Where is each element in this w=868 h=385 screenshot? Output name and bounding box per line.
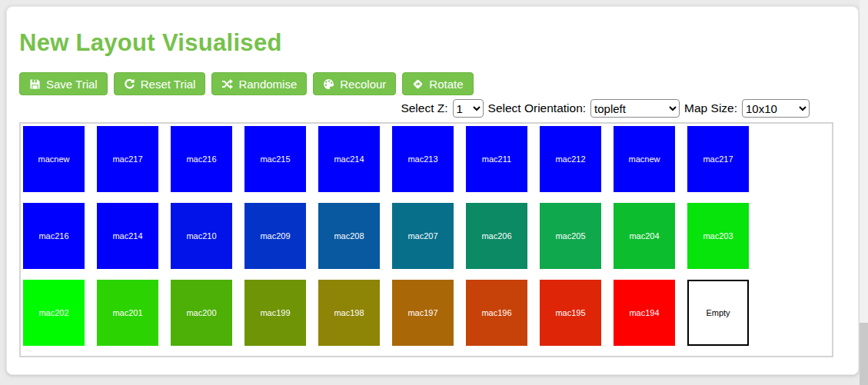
scrollbar-thumb[interactable] — [860, 323, 868, 385]
tile-mac195[interactable]: mac195 — [540, 280, 601, 346]
recolour-button[interactable]: Recolour — [313, 72, 396, 95]
tile-mac216[interactable]: mac216 — [23, 203, 85, 269]
diamond-turn-right-icon — [412, 78, 424, 90]
tile-mac203[interactable]: mac203 — [687, 203, 749, 269]
tile-row: mac202mac201mac200mac199mac198mac197mac1… — [23, 280, 830, 346]
tile-mac213[interactable]: mac213 — [392, 126, 454, 192]
tile-mac217[interactable]: mac217 — [97, 126, 158, 192]
reset-trial-button[interactable]: Reset Trial — [114, 72, 206, 95]
tile-mac208[interactable]: mac208 — [318, 203, 380, 269]
main-card: New Layout Visualised Save Trial — [6, 6, 859, 375]
map-size-dropdown[interactable]: 10x10 — [742, 99, 810, 118]
layout-grid: macnewmac217mac216mac215mac214mac213mac2… — [19, 122, 833, 357]
tile-mac209[interactable]: mac209 — [244, 203, 306, 269]
tile-mac211[interactable]: mac211 — [466, 126, 527, 192]
tile-mac202[interactable]: mac202 — [23, 280, 85, 346]
page-title: New Layout Visualised — [19, 7, 858, 56]
page-scrollbar[interactable] — [860, 0, 868, 385]
save-trial-button[interactable]: Save Trial — [19, 72, 108, 95]
shuffle-icon — [221, 78, 233, 90]
tile-mac201[interactable]: mac201 — [97, 280, 158, 346]
select-z-label: Select Z: — [401, 101, 447, 115]
empty-tile[interactable]: Empty — [687, 280, 749, 346]
tile-mac214[interactable]: mac214 — [318, 126, 380, 192]
tile-mac199[interactable]: mac199 — [244, 280, 306, 346]
orientation-dropdown[interactable]: topleft — [590, 99, 680, 118]
tile-row: macnewmac217mac216mac215mac214mac213mac2… — [23, 126, 830, 192]
recolour-label: Recolour — [340, 78, 386, 91]
rotate-right-icon — [124, 78, 135, 90]
randomise-label: Randomise — [238, 78, 297, 91]
toolbar: Save Trial Reset Trial Randomise — [19, 72, 858, 95]
tile-mac194[interactable]: mac194 — [614, 280, 675, 346]
tile-mac200[interactable]: mac200 — [171, 280, 232, 346]
tile-mac210[interactable]: mac210 — [171, 203, 232, 269]
tile-mac205[interactable]: mac205 — [540, 203, 601, 269]
palette-icon — [323, 78, 334, 90]
randomise-button[interactable]: Randomise — [211, 72, 307, 95]
select-z-dropdown[interactable]: 1 — [453, 99, 484, 118]
tile-mac197[interactable]: mac197 — [392, 280, 454, 346]
map-size-label: Map Size: — [684, 101, 737, 115]
tile-mac216[interactable]: mac216 — [171, 126, 232, 192]
tile-row: mac216mac214mac210mac209mac208mac207mac2… — [23, 203, 830, 269]
tile-mac206[interactable]: mac206 — [466, 203, 527, 269]
tile-mac198[interactable]: mac198 — [318, 280, 380, 346]
rotate-button[interactable]: Rotate — [402, 72, 473, 95]
controls-bar: Select Z: 1 Select Orientation: topleft … — [19, 98, 858, 118]
tile-mac214[interactable]: mac214 — [97, 203, 158, 269]
orientation-label: Select Orientation: — [488, 101, 587, 115]
floppy-icon — [29, 78, 41, 90]
save-trial-label: Save Trial — [46, 78, 98, 91]
tile-mac215[interactable]: mac215 — [244, 126, 306, 192]
reset-trial-label: Reset Trial — [141, 78, 196, 91]
tile-macnew[interactable]: macnew — [614, 126, 675, 192]
tile-mac212[interactable]: mac212 — [540, 126, 601, 192]
rotate-label: Rotate — [429, 78, 463, 91]
tile-macnew[interactable]: macnew — [23, 126, 85, 192]
tile-mac196[interactable]: mac196 — [466, 280, 527, 346]
tile-mac217[interactable]: mac217 — [687, 126, 749, 192]
tile-mac207[interactable]: mac207 — [392, 203, 454, 269]
tile-mac204[interactable]: mac204 — [614, 203, 675, 269]
